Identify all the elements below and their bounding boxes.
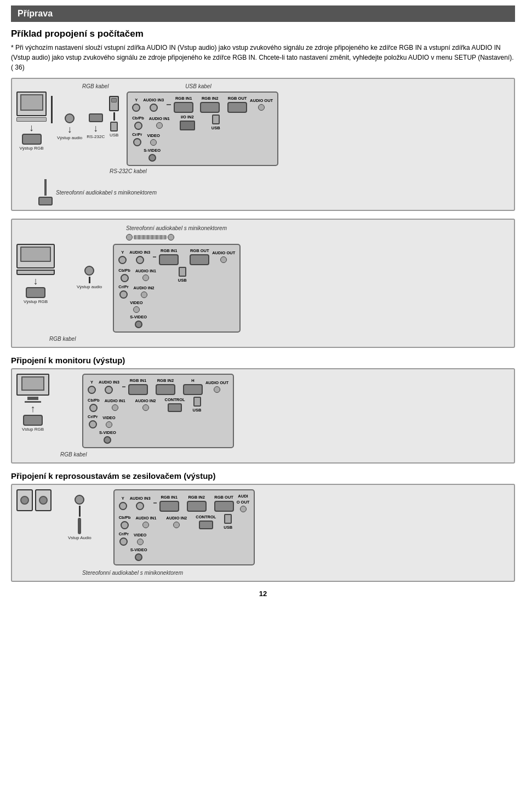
panel4-svideo: S-VIDEO [130, 547, 147, 552]
usb-label: USB [110, 133, 118, 138]
laptop-audio: Výstup audio [77, 266, 102, 289]
arrow-down-monitor: ↑ [31, 404, 36, 414]
panel3-usb: USB [193, 408, 202, 413]
panel2-usb: USB [178, 278, 187, 283]
panel2-video: VIDEO [130, 300, 142, 305]
panel3-rgb-out-h: H [191, 378, 194, 383]
projector-panel-1: Y AUDIO IN3 RGB IN1 RGB IN2 [127, 92, 278, 166]
panel4-rgb-in2: RGB IN2 [188, 495, 204, 500]
section3-title: Připojení k monitoru (výstup) [11, 356, 515, 365]
rs232c-label: RS-232C [87, 134, 105, 139]
laptop-rgb-port [26, 287, 45, 298]
laptop-audio-port [84, 266, 94, 276]
panel2-audio-in2: AUDIO IN2 [134, 285, 155, 290]
panel4-control: CONTROL [196, 514, 216, 519]
header-bar: Příprava [11, 5, 515, 22]
vstup-rgb-label: Vstup RGB [22, 427, 44, 432]
panel2-audio-in1: AUDIO IN1 [135, 268, 156, 273]
arrow-down-rs232: ↓ [93, 123, 98, 133]
diagram3: ↑ Vstup RGB Y AUDIO IN3 [11, 368, 515, 464]
rs232c-device: ↓ RS-232C [87, 113, 105, 139]
speaker-left [16, 489, 33, 511]
panel1-svideo: S-VIDEO [144, 148, 161, 153]
monitor-device: ↑ Vstup RGB [16, 374, 49, 432]
usb-kabel-label: USB kabel [185, 83, 211, 89]
panel2-audio-out: AUDIO OUT [212, 250, 235, 255]
panel3-control: CONTROL [165, 397, 185, 402]
vystup-audio-label: Výstup audio [57, 135, 82, 140]
desktop-device: ↓ Výstup RGB [16, 92, 47, 151]
panel1-rgb-in1: RGB IN1 [175, 96, 192, 101]
diagram2: Stereofonní audiokabel s minikonektorem … [11, 219, 515, 348]
projector-panel-3: Y AUDIO IN3 RGB IN1 RGB IN2 [82, 374, 234, 448]
panel3-rgb-in1: RGB IN1 [130, 378, 146, 383]
panel4-audio-out-label: AUDI [238, 494, 248, 499]
intro-text: * Při výchozím nastavení slouží vstupní … [11, 43, 515, 72]
vystup-rgb-label: Výstup RGB [19, 146, 43, 151]
panel3-audio-out: AUDIO OUT [205, 380, 228, 385]
laptop-base [16, 270, 55, 275]
panel4-usb: USB [224, 525, 232, 530]
panel2-cr-pr: Cr/Pr [118, 284, 128, 289]
panel3-audio-in2: AUDIO IN2 [135, 398, 156, 403]
diagram1: RGB kabel USB kabel ↓ Výstup RGB [11, 78, 515, 211]
panel4-rgb-out: RGB OUT [214, 495, 233, 500]
laptop-vystup-rgb: Výstup RGB [24, 299, 48, 304]
section4-title: Připojení k reprosoustavám se zesilovače… [11, 471, 515, 481]
panel1-io-in2: I/O IN2 [181, 115, 194, 119]
panel3-audio-in3: AUDIO IN3 [99, 380, 119, 385]
speaker-right [35, 489, 52, 511]
panel4-cr-pr: Cr/Pr [119, 531, 129, 536]
rs232c-port [89, 113, 103, 122]
monitor-drawing [16, 374, 49, 396]
panel3-svideo: S-VIDEO [99, 430, 116, 435]
projector-panel-2: Y AUDIO IN3 RGB IN1 RGB OUT [113, 244, 241, 333]
audio-device: ↓ Výstup audio [57, 113, 82, 140]
audio-circle [75, 495, 84, 505]
panel3-cr-pr: Cr/Pr [88, 414, 98, 419]
panel1-audio-in1: AUDIO IN1 [149, 116, 170, 121]
diagram4: Vstup Audio Y AUDIO IN3 RGB IN1 [11, 484, 515, 582]
audio-port [65, 113, 75, 123]
panel1-video: VIDEO [147, 133, 160, 138]
usb-v-line [113, 112, 115, 121]
header-title: Příprava [18, 9, 53, 18]
panel1-rgb-out: RGB OUT [228, 96, 247, 101]
panel1-audio-out: AUDIO OUT [250, 98, 273, 103]
panel2-rgb-out: RGB OUT [190, 248, 209, 253]
stereo-kabel-label4: Stereofonní audiokabel s minikonektorem [82, 570, 183, 576]
panel1-usb: USB [211, 125, 220, 130]
page: Příprava Příklad propojení s počítačem *… [0, 0, 526, 609]
stereo-kabel-label1: Stereofonní audiokabel s minikonektorem [56, 190, 157, 196]
panel3-rgb-in2: RGB IN2 [157, 378, 174, 383]
monitor-base [25, 401, 41, 403]
laptop-drawing [16, 244, 55, 268]
panel4-audio-in1: AUDIO IN1 [135, 516, 156, 521]
stereo-kabel-label2: Stereofonní audiokabel s minikonektorem [126, 225, 227, 231]
panel2-audio-in3: AUDIO IN3 [129, 250, 150, 255]
section1-title: Příklad propojení s počítačem [11, 28, 515, 39]
stripe-cable [134, 235, 167, 239]
panel3-video: VIDEO [102, 415, 115, 420]
panel1-cb-pb: Cb/Pb [132, 116, 144, 121]
laptop-vystup-audio: Výstup audio [77, 284, 102, 289]
projector-panel-4: Y AUDIO IN3 RGB IN1 RGB IN2 [113, 489, 255, 565]
panel3-audio-in1: AUDIO IN1 [105, 398, 125, 403]
panel2-rgb-in1: RGB IN1 [161, 248, 177, 253]
rgb-kabel-label2: RGB kabel [49, 336, 76, 342]
arrow-down-laptop: ↓ [33, 276, 38, 286]
usb-connector [110, 122, 118, 131]
monitor-rgb-port [23, 415, 43, 426]
arrow-down-audio: ↓ [67, 124, 72, 134]
stereo-cable-drawing [38, 179, 53, 205]
rs232c-kabel-label: RS-232C kabel [110, 168, 147, 174]
audio-input-device: Vstup Audio [68, 495, 92, 540]
panel2-cb-pb: Cb/Pb [118, 268, 130, 273]
speakers-device [16, 489, 52, 511]
arrow-down-desktop: ↓ [29, 123, 34, 133]
panel4-rgb-in1: RGB IN1 [161, 495, 177, 500]
panel1-rgb-in2: RGB IN2 [202, 96, 218, 101]
panel3-cb-pb: Cb/Pb [88, 398, 100, 403]
desktop-rgb-port [22, 134, 42, 145]
panel1-audio-in3: AUDIO IN3 [143, 98, 164, 102]
